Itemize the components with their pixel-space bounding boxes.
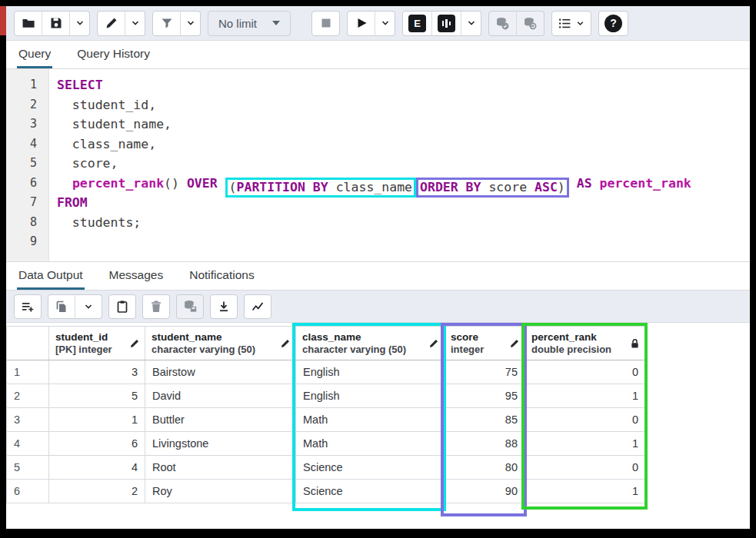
cell-student_name[interactable]: David [145, 384, 296, 408]
chevron-down-icon [83, 301, 94, 312]
help-button[interactable]: ? [598, 11, 628, 36]
cell-class_name[interactable]: Math [296, 408, 445, 432]
cell-student_id[interactable]: 6 [49, 432, 145, 456]
sql-identifier: score, [57, 156, 118, 171]
cell-score[interactable]: 85 [445, 408, 525, 432]
sql-identifier: students; [57, 215, 141, 230]
cell-class_name[interactable]: Science [296, 456, 445, 480]
cell-percent_rank[interactable]: 1 [525, 432, 646, 456]
partition-by-highlight-box: (PARTITION BY class_name [225, 178, 416, 198]
save-button[interactable] [42, 11, 70, 36]
explain-button[interactable]: E [402, 11, 432, 36]
delete-row-button[interactable] [142, 294, 170, 319]
macros-button[interactable] [551, 11, 591, 36]
cell-student_id[interactable]: 3 [49, 360, 145, 384]
table-row: 62RoyScience901 [7, 480, 646, 503]
cell-student_name[interactable]: Roy [145, 480, 296, 503]
commit-button[interactable] [488, 11, 517, 36]
cell-student_id[interactable]: 1 [49, 408, 145, 432]
stop-icon [319, 16, 333, 30]
cell-score[interactable]: 88 [445, 432, 525, 456]
filter-options-button[interactable] [180, 11, 201, 36]
filter-button[interactable] [152, 11, 181, 36]
pencil-icon [129, 338, 140, 349]
cell-student_name[interactable]: Livingstone [145, 432, 296, 456]
pencil-icon [509, 338, 520, 349]
sql-keyword: ORDER BY [420, 180, 481, 194]
row-number-header[interactable] [7, 327, 49, 360]
lock-icon [629, 337, 641, 349]
cell-percent_rank[interactable]: 0 [525, 408, 646, 432]
save-data-changes-button[interactable] [176, 294, 204, 319]
cell-percent_rank[interactable]: 0 [525, 456, 646, 480]
column-header-student-name[interactable]: student_name character varying (50) [145, 327, 296, 360]
code-line: class_name, [57, 134, 750, 154]
rollback-button[interactable] [516, 11, 545, 36]
tab-notifications[interactable]: Notifications [188, 262, 255, 290]
results-grid: student_id [PK] integer student_name cha… [6, 326, 646, 503]
cell-score[interactable]: 95 [445, 384, 525, 408]
cell-score[interactable]: 90 [445, 480, 525, 503]
cell-score[interactable]: 75 [445, 360, 525, 384]
save-options-button[interactable] [69, 11, 90, 36]
add-row-button[interactable] [14, 294, 42, 319]
graph-visualiser-button[interactable] [244, 294, 271, 319]
cell-class_name[interactable]: Math [296, 432, 445, 456]
cell-n[interactable]: 5 [7, 456, 49, 480]
cell-percent_rank[interactable]: 1 [525, 384, 646, 408]
line-number: 5 [6, 154, 48, 174]
cell-class_name[interactable]: English [296, 384, 445, 408]
explain-analyze-button[interactable] [431, 11, 461, 36]
row-limit-value: No limit [218, 17, 257, 30]
column-header-percent-rank[interactable]: percent_rank double precision [525, 327, 646, 360]
help-label: ? [610, 17, 617, 29]
editor-code-area[interactable]: SELECT student_id, student_name, class_n… [49, 69, 750, 261]
save-icon [49, 16, 63, 30]
column-header-score[interactable]: score integer [445, 327, 525, 360]
cell-n[interactable]: 4 [7, 432, 49, 456]
cell-n[interactable]: 2 [7, 384, 49, 408]
cell-student_id[interactable]: 2 [49, 480, 145, 503]
cell-n[interactable]: 1 [7, 360, 49, 384]
tab-messages[interactable]: Messages [108, 262, 165, 290]
code-line: students; [57, 213, 750, 233]
cell-student_name[interactable]: Bairstow [145, 360, 296, 384]
line-number: 7 [6, 193, 48, 213]
execute-icon [355, 16, 368, 30]
tab-data-output-label: Data Output [18, 268, 83, 282]
cell-student_id[interactable]: 4 [49, 456, 145, 480]
execute-options-button[interactable] [375, 11, 395, 36]
open-file-button[interactable] [14, 11, 42, 36]
explain-options-button[interactable] [461, 11, 481, 36]
cell-n[interactable]: 6 [7, 480, 49, 503]
tab-query-history[interactable]: Query History [75, 41, 152, 68]
copy-button[interactable] [48, 294, 75, 319]
download-button[interactable] [210, 294, 238, 319]
cell-student_id[interactable]: 5 [49, 384, 145, 408]
tab-query[interactable]: Query [17, 41, 52, 68]
row-limit-select[interactable]: No limit [208, 11, 291, 36]
cell-percent_rank[interactable]: 0 [525, 360, 646, 384]
edit-options-button[interactable] [125, 11, 145, 36]
delete-icon [149, 300, 163, 314]
cell-percent_rank[interactable]: 1 [525, 480, 646, 503]
execute-button[interactable] [347, 11, 375, 36]
tab-data-output[interactable]: Data Output [17, 262, 85, 290]
sql-editor[interactable]: 123456789 SELECT student_id, student_nam… [6, 69, 750, 262]
cell-class_name[interactable]: Science [296, 480, 445, 503]
sql-identifier: class_name, [57, 137, 156, 151]
stop-button[interactable] [311, 11, 340, 36]
results-table: student_id [PK] integer student_name cha… [6, 326, 646, 503]
cell-student_name[interactable]: Root [145, 456, 296, 480]
edit-button[interactable] [97, 11, 125, 36]
copy-options-button[interactable] [75, 294, 102, 319]
cell-class_name[interactable]: English [296, 360, 445, 384]
cell-student_name[interactable]: Buttler [145, 408, 296, 432]
column-header-student-id[interactable]: student_id [PK] integer [49, 327, 145, 360]
cell-n[interactable]: 3 [7, 408, 49, 432]
sql-identifier: student_id, [57, 98, 156, 112]
column-name: student_name [152, 331, 275, 343]
column-header-class-name[interactable]: class_name character varying (50) [296, 327, 445, 360]
cell-score[interactable]: 80 [445, 456, 525, 480]
paste-button[interactable] [108, 294, 136, 319]
